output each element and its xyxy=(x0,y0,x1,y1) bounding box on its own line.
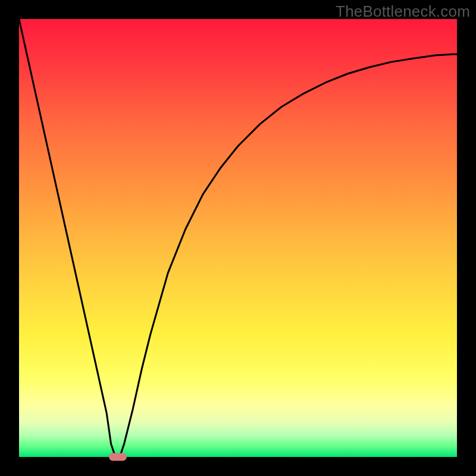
watermark-text: TheBottleneck.com xyxy=(336,2,470,21)
plot-outer-frame: TheBottleneck.com xyxy=(0,0,476,476)
bottleneck-curve xyxy=(19,19,457,457)
plot-area xyxy=(19,19,457,457)
chart-container: TheBottleneck.com xyxy=(0,0,476,476)
minimum-marker xyxy=(109,453,127,461)
